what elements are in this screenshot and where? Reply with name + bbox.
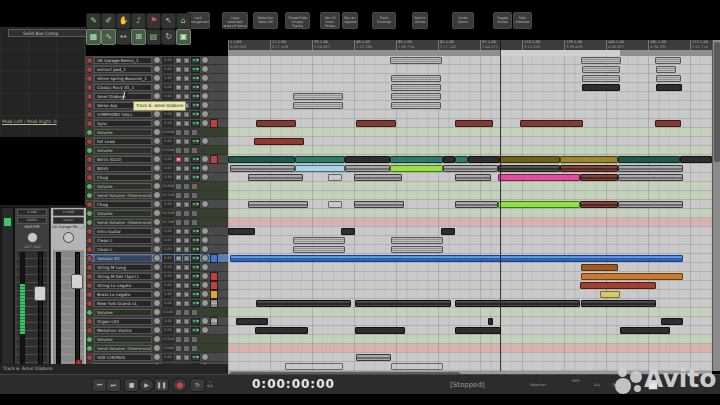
- media-item[interactable]: [236, 318, 268, 325]
- fx-enable-button[interactable]: [191, 66, 200, 73]
- track-row[interactable]: Mellotron Violins0.00MS: [85, 326, 228, 335]
- track-name[interactable]: Clean L: [94, 246, 152, 253]
- fx-enable-button[interactable]: [191, 165, 200, 172]
- media-item[interactable]: [355, 300, 451, 307]
- media-item[interactable]: [295, 165, 345, 172]
- solo-button[interactable]: S: [183, 57, 190, 64]
- record-arm-button[interactable]: [86, 156, 93, 163]
- media-item[interactable]: [618, 165, 683, 172]
- media-item[interactable]: [468, 156, 500, 163]
- play-button[interactable]: ▶: [139, 378, 154, 392]
- volume-readout[interactable]: 0.00: [162, 165, 174, 172]
- envelope-knob[interactable]: [153, 218, 161, 226]
- track-row[interactable]: VOX CHORUS0.00MS: [85, 353, 228, 362]
- volume-readout[interactable]: 0.00: [162, 291, 174, 298]
- volume-readout[interactable]: 0.00: [162, 75, 174, 82]
- pan-knob[interactable]: [153, 290, 161, 298]
- media-item[interactable]: [656, 84, 682, 91]
- media-item[interactable]: [620, 327, 670, 334]
- fx-enable-button[interactable]: [191, 75, 200, 82]
- solo-button[interactable]: S: [183, 111, 190, 118]
- media-item[interactable]: [230, 255, 683, 262]
- track-name[interactable]: String Lo Legato: [94, 282, 152, 289]
- record-arm-button[interactable]: [86, 201, 93, 208]
- record-arm-button[interactable]: [86, 246, 93, 253]
- media-item[interactable]: [655, 120, 681, 127]
- envelope-row[interactable]: Volume0.00dB: [85, 146, 228, 155]
- volume-readout[interactable]: 0.00: [162, 354, 174, 361]
- track-row[interactable]: Chug0.00MS: [85, 200, 228, 209]
- env-button-3[interactable]: [191, 219, 198, 226]
- record-arm-button[interactable]: [86, 84, 93, 91]
- media-item[interactable]: [600, 291, 620, 298]
- envelope-icon[interactable]: ∿: [101, 29, 116, 45]
- media-item[interactable]: [455, 120, 493, 127]
- volume-readout[interactable]: 0.00: [162, 174, 174, 181]
- media-item[interactable]: [256, 300, 351, 307]
- top-button-5[interactable]: Set arr regions: [342, 12, 358, 29]
- media-item[interactable]: [228, 156, 295, 163]
- mute-button[interactable]: M: [175, 201, 182, 208]
- solo-button[interactable]: S: [183, 138, 190, 145]
- master-pan-knob[interactable]: [27, 232, 38, 243]
- media-item[interactable]: [498, 201, 580, 208]
- env-button-3[interactable]: [191, 147, 198, 154]
- track-name[interactable]: Session Kit: [94, 255, 152, 262]
- media-item[interactable]: [390, 57, 442, 64]
- master-mono-button[interactable]: MONO: [17, 217, 47, 224]
- pan-knob[interactable]: [153, 263, 161, 271]
- media-item[interactable]: [581, 273, 683, 280]
- media-item[interactable]: [356, 120, 396, 127]
- solo-button[interactable]: S: [183, 327, 190, 334]
- record-arm-button[interactable]: [86, 111, 93, 118]
- pan-knob[interactable]: [153, 83, 161, 91]
- media-item[interactable]: [582, 84, 620, 91]
- pause-button[interactable]: ❚❚: [154, 378, 169, 392]
- media-item[interactable]: [345, 165, 390, 172]
- mute-button[interactable]: M: [175, 246, 182, 253]
- envelope-row[interactable]: Volume0.00dB: [85, 128, 228, 137]
- record-arm-button[interactable]: [86, 174, 93, 181]
- envelope-knob[interactable]: [153, 308, 161, 316]
- fx-enable-button[interactable]: [191, 273, 200, 280]
- record-arm-button[interactable]: [86, 57, 93, 64]
- io-knob[interactable]: [201, 245, 209, 253]
- track-row[interactable]: Clean L0.00MS: [85, 236, 228, 245]
- media-item[interactable]: [391, 75, 441, 82]
- volume-readout[interactable]: 0.00: [162, 84, 174, 91]
- io-knob[interactable]: [201, 164, 209, 172]
- mute-button[interactable]: M: [175, 57, 182, 64]
- media-item[interactable]: [455, 156, 468, 163]
- top-button-9[interactable]: Toggle Mutes: [493, 12, 512, 29]
- envelope-knob[interactable]: [153, 191, 161, 199]
- io-knob[interactable]: [201, 200, 209, 208]
- track-row[interactable]: extract pad_10.00MS: [85, 65, 228, 74]
- media-item[interactable]: [293, 102, 343, 109]
- master-fader-handle[interactable]: [34, 286, 46, 301]
- volume-readout[interactable]: 0.00: [162, 57, 174, 64]
- record-arm-button[interactable]: [86, 273, 93, 280]
- env-button-1[interactable]: [175, 336, 182, 343]
- record-arm-button[interactable]: [86, 300, 93, 307]
- mute-button[interactable]: M: [175, 75, 182, 82]
- media-item[interactable]: [293, 237, 345, 244]
- volume-readout[interactable]: 0.00: [162, 282, 174, 289]
- mute-button[interactable]: M: [175, 282, 182, 289]
- env-button-2[interactable]: [183, 210, 190, 217]
- volume-readout[interactable]: 0.00: [162, 318, 174, 325]
- media-item[interactable]: [391, 237, 443, 244]
- media-item[interactable]: [391, 102, 441, 109]
- media-item[interactable]: [293, 93, 343, 100]
- track-name[interactable]: New York Grand v1: [94, 300, 152, 307]
- fx-enable-button[interactable]: [191, 57, 200, 64]
- media-item[interactable]: [355, 327, 405, 334]
- volume-readout[interactable]: 0.00: [162, 264, 174, 271]
- solo-button[interactable]: S: [183, 165, 190, 172]
- env-button-2[interactable]: [183, 192, 190, 199]
- track-name[interactable]: Mellotron Violins: [94, 327, 152, 334]
- mute-button[interactable]: M: [175, 273, 182, 280]
- media-item[interactable]: [500, 156, 560, 163]
- top-button-1[interactable]: Copy selected area of items: [222, 12, 248, 29]
- io-knob[interactable]: [201, 290, 209, 298]
- mute-button[interactable]: M: [175, 66, 182, 73]
